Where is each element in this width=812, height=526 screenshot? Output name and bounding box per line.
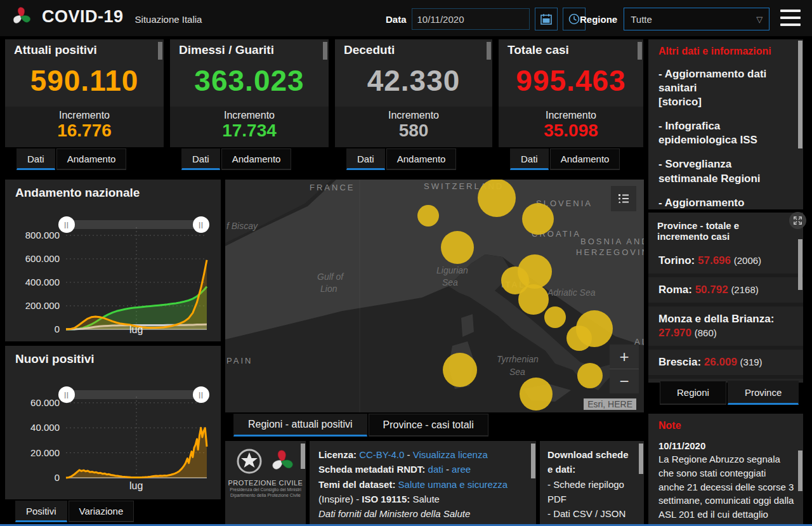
svg-text:0: 0 <box>55 472 60 483</box>
menu-button[interactable] <box>780 10 801 26</box>
download-panel: Download schede e dati: - Schede riepilo… <box>540 441 644 526</box>
tab-regioni[interactable]: Regioni <box>660 381 726 405</box>
panel-scrollbar[interactable] <box>531 444 535 478</box>
card-scrollbar[interactable] <box>638 42 642 60</box>
calendar-button[interactable] <box>535 8 558 30</box>
card-scrollbar[interactable] <box>487 42 491 60</box>
region-bubble-marker[interactable] <box>417 205 439 227</box>
svg-text:20.000: 20.000 <box>30 447 60 458</box>
region-bubble-marker[interactable] <box>518 284 549 315</box>
date-label: Data <box>386 14 407 25</box>
x-axis-tick: lug <box>129 324 143 336</box>
calendar-icon <box>540 13 553 25</box>
info-link[interactable]: - Infografica epidemiologica ISS <box>658 119 793 147</box>
tab-andamento[interactable]: Andamento <box>56 148 127 170</box>
region-bubble-marker[interactable] <box>522 203 554 235</box>
download-link-csv-json[interactable]: - Dati CSV / JSON <box>547 506 636 521</box>
region-bubble-marker[interactable] <box>544 306 566 328</box>
dataset-link[interactable]: Salute umana e sicurezza <box>398 479 508 490</box>
tab-dati[interactable]: Dati <box>16 148 55 170</box>
panel-scrollbar[interactable] <box>639 444 643 474</box>
zoom-out-button[interactable]: − <box>610 369 639 393</box>
info-link[interactable]: - Sorveglianza settimanale Regioni <box>658 157 793 185</box>
tab-dati[interactable]: Dati <box>181 148 220 170</box>
panel-scrollbar[interactable] <box>798 450 802 491</box>
tab-dati[interactable]: Dati <box>510 148 549 170</box>
zoom-in-button[interactable]: + <box>610 345 639 369</box>
card-value: 42.330 <box>335 63 492 98</box>
info-link[interactable]: - Aggiornamento dati sanitari [storico] <box>658 67 793 109</box>
panel-title: Note <box>658 420 803 431</box>
tab-province[interactable]: Province <box>728 381 799 405</box>
download-link-pdf[interactable]: - Schede riepilogo PDF <box>547 477 636 507</box>
map-tab-regioni[interactable]: Regioni - attuali positivi <box>233 414 367 437</box>
panel-scrollbar[interactable] <box>301 444 305 469</box>
note-panel: Note 10/11/2020 La Regione Abruzzo segna… <box>648 414 803 526</box>
metadata-link[interactable]: aree <box>452 464 471 475</box>
region-bubble-marker[interactable] <box>520 378 553 411</box>
tab-andamento[interactable]: Andamento <box>221 148 292 170</box>
map-legend-button[interactable] <box>611 186 636 211</box>
card-title: Dimessi / Guariti <box>179 43 329 57</box>
card-title: Deceduti <box>344 43 492 57</box>
clock-icon <box>568 13 580 25</box>
metadata-label: Scheda metadati RNDT: <box>318 464 425 475</box>
svg-text:40.000: 40.000 <box>30 422 60 433</box>
credits-org-name: PROTEZIONE CIVILE <box>225 479 306 487</box>
panel-scrollbar[interactable] <box>798 239 802 290</box>
region-controls: Regione Tutte ▽ <box>580 8 769 30</box>
license-link[interactable]: Visualizza licenza <box>413 449 488 460</box>
region-bubble-marker[interactable] <box>566 325 592 351</box>
credits-line: Presidenza del Consiglio dei Ministri <box>225 487 306 492</box>
map-canvas[interactable]: FRANCESWITZERLANDSLOVENIACROATIABOSNIA A… <box>225 180 644 412</box>
card-scrollbar[interactable] <box>158 42 162 60</box>
license-link[interactable]: CC-BY-4.0 <box>359 449 404 460</box>
increment-label: Incremento <box>170 110 329 121</box>
map-tab-province[interactable]: Province - casi totali <box>369 414 488 437</box>
tab-positivi[interactable]: Positivi <box>15 501 67 522</box>
panel-scrollbar[interactable] <box>798 41 802 148</box>
metadata-link[interactable]: dati <box>428 464 443 475</box>
province-list: Torino: 57.696 (2006) Roma: 50.792 (2168… <box>648 248 803 383</box>
expand-panel-button[interactable] <box>789 212 806 229</box>
date-controls: Data <box>386 8 586 30</box>
increment-label: Incremento <box>5 110 164 121</box>
card-scrollbar[interactable] <box>323 42 327 60</box>
map-zoom-control: + − <box>610 345 639 393</box>
app-subtitle: Situazione Italia <box>135 14 202 25</box>
province-row: Torino: 57.696 (2006) <box>648 248 803 277</box>
region-bubble-marker[interactable] <box>443 353 477 387</box>
download-title: Download schede e dati: <box>547 447 636 477</box>
increment-value: 16.776 <box>5 121 164 140</box>
region-selected-value: Tutte <box>631 14 652 25</box>
card-value: 995.463 <box>499 63 643 98</box>
protezione-civile-logo-icon <box>10 5 33 28</box>
dataset-text: Salute <box>412 494 440 504</box>
altri-dati-panel: Altri dati e informazioni - Aggiornament… <box>648 39 803 209</box>
tab-dati[interactable]: Dati <box>346 148 385 170</box>
region-select[interactable]: Tutte ▽ <box>624 8 769 30</box>
region-bubble-marker[interactable] <box>441 231 474 264</box>
region-bubble-marker[interactable] <box>478 180 516 217</box>
svg-text:200.000: 200.000 <box>25 300 60 311</box>
panel-title: Altri dati e informazioni <box>658 46 803 57</box>
increment-value: 35.098 <box>499 121 643 140</box>
tab-andamento[interactable]: Andamento <box>386 148 457 170</box>
date-input[interactable] <box>412 8 530 30</box>
svg-text:0: 0 <box>55 324 60 334</box>
header-bar: COVID-19 Situazione Italia Data Regione … <box>0 0 812 36</box>
iso-label: ISO 19115: <box>362 494 410 504</box>
info-link[interactable]: - Aggiornamento nazionale <box>658 196 793 209</box>
x-axis-tick: lug <box>129 480 143 492</box>
tab-andamento[interactable]: Andamento <box>550 148 620 170</box>
app-title: COVID-19 <box>42 7 124 27</box>
card-attuali-positivi: Attuali positivi 590.110 Incremento 16.7… <box>5 39 164 147</box>
tab-variazione[interactable]: Variazione <box>69 501 134 522</box>
card-dimessi-guariti: Dimessi / Guariti 363.023 Incremento 17.… <box>170 39 329 147</box>
panel-title: Province - totale e incremento casi <box>657 220 793 242</box>
province-row: Monza e della Brianza: 27.970 (860) <box>648 306 803 350</box>
separator: - <box>446 464 449 475</box>
credits-line: Dipartimento della Protezione Civile <box>225 492 306 498</box>
region-bubble-marker[interactable] <box>577 363 603 388</box>
svg-text:60.000: 60.000 <box>30 397 60 408</box>
